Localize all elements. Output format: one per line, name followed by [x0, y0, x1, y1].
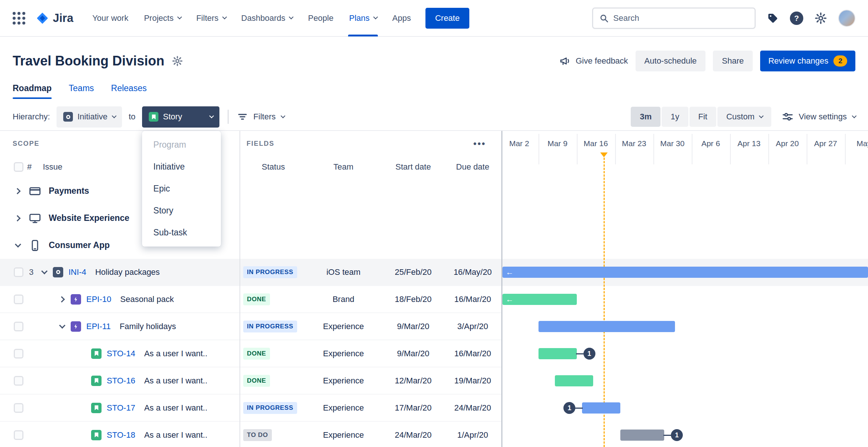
hierarchy-to-word: to: [129, 112, 135, 122]
create-button[interactable]: Create: [425, 8, 469, 29]
review-changes-button[interactable]: Review changes 2: [760, 51, 855, 71]
scope-row-epi-11[interactable]: EPI-11Family holidays: [0, 313, 239, 340]
nav-item-dashboards[interactable]: Dashboards: [234, 0, 300, 36]
scope-row-sto-16[interactable]: STO-16As a user I want..: [0, 367, 239, 395]
search-input[interactable]: [613, 13, 749, 23]
chevron-down-icon[interactable]: [41, 268, 48, 274]
give-feedback-button[interactable]: Give feedback: [559, 55, 628, 67]
select-all-checkbox[interactable]: [14, 162, 23, 172]
dependency-count-badge[interactable]: 1: [671, 429, 683, 441]
help-icon[interactable]: ?: [790, 12, 803, 25]
chevron-down-icon[interactable]: [15, 241, 21, 247]
team-cell: Brand: [303, 295, 383, 304]
chevron-right-icon[interactable]: [15, 215, 21, 221]
filters-button[interactable]: Filters: [237, 111, 284, 122]
chevron-down-icon: [209, 113, 214, 118]
week-gridline: [615, 134, 616, 164]
issue-key[interactable]: STO-17: [107, 403, 135, 413]
timeline-tick-label: May: [845, 139, 868, 148]
issue-key[interactable]: EPI-10: [86, 295, 111, 304]
scope-row-sto-14[interactable]: STO-14As a user I want..: [0, 340, 239, 367]
scope-row-sto-18[interactable]: STO-18As a user I want..: [0, 422, 239, 447]
row-checkbox[interactable]: [14, 403, 23, 413]
scope-section-label: SCOPE: [13, 140, 39, 148]
dependency-count-badge[interactable]: 1: [563, 402, 575, 414]
chevron-right-icon[interactable]: [15, 188, 21, 194]
tab-roadmap[interactable]: Roadmap: [13, 77, 52, 99]
nav-item-plans[interactable]: Plans: [341, 0, 385, 36]
timeline-bar-epi-11[interactable]: [539, 321, 675, 332]
column-header-status: Status: [240, 162, 303, 172]
team-cell: Experience: [303, 430, 383, 440]
issue-key[interactable]: STO-16: [107, 376, 135, 386]
app-switcher-icon[interactable]: [13, 12, 25, 25]
nav-item-apps[interactable]: Apps: [385, 0, 419, 36]
timeline-bar-epi-10[interactable]: ←: [502, 294, 577, 305]
hierarchy-from-dropdown[interactable]: Initiative: [57, 106, 122, 128]
zoom-3m-button[interactable]: 3m: [631, 107, 660, 127]
timeline-bar-ini-4[interactable]: ←: [502, 267, 868, 278]
zoom-1y-button[interactable]: 1y: [662, 107, 688, 127]
review-changes-count-badge: 2: [833, 55, 847, 67]
nav-item-your-work[interactable]: Your work: [84, 0, 136, 36]
user-avatar[interactable]: [838, 10, 855, 27]
row-checkbox[interactable]: [14, 295, 23, 304]
top-navigation: Jira Your workProjectsFiltersDashboardsP…: [0, 0, 868, 37]
settings-gear-icon[interactable]: [814, 12, 827, 25]
initiative-icon: [63, 112, 73, 122]
row-checkbox[interactable]: [14, 376, 23, 386]
row-checkbox[interactable]: [14, 267, 23, 277]
scope-row-ini-4[interactable]: 3INI-4Holiday packages: [0, 259, 239, 286]
issue-key[interactable]: INI-4: [68, 267, 86, 277]
tab-teams[interactable]: Teams: [69, 77, 94, 99]
week-gridline: [539, 134, 539, 164]
nav-item-label: Dashboards: [241, 13, 286, 23]
monitor-icon: [29, 212, 41, 225]
start-date-cell: 24/Mar/20: [383, 430, 443, 440]
auto-schedule-button[interactable]: Auto-schedule: [636, 51, 706, 71]
tab-releases[interactable]: Releases: [111, 77, 147, 99]
search-box[interactable]: [592, 7, 756, 29]
tag-icon[interactable]: [767, 12, 779, 24]
fields-more-button[interactable]: •••: [473, 138, 486, 149]
zoom-fit-button[interactable]: Fit: [689, 107, 716, 127]
view-settings-button[interactable]: View settings: [782, 111, 855, 123]
menu-item-initiative[interactable]: Initiative: [142, 156, 221, 178]
issue-key[interactable]: STO-18: [107, 430, 135, 440]
timeline-bar-sto-16[interactable]: [555, 375, 593, 386]
team-cell: Experience: [303, 403, 383, 413]
timeline-tick-label: Mar 23: [615, 139, 653, 148]
chevron-right-icon[interactable]: [59, 296, 65, 302]
nav-item-filters[interactable]: Filters: [189, 0, 234, 36]
column-header-team: Team: [303, 162, 383, 172]
scope-row-sto-17[interactable]: STO-17As a user I want..: [0, 395, 239, 422]
filters-label: Filters: [253, 112, 276, 122]
row-checkbox[interactable]: [14, 322, 23, 331]
row-checkbox[interactable]: [14, 430, 23, 440]
menu-item-epic[interactable]: Epic: [142, 178, 221, 200]
sliders-icon: [782, 111, 794, 123]
status-badge: IN PROGRESS: [243, 321, 297, 332]
nav-item-people[interactable]: People: [300, 0, 341, 36]
fields-panel: FIELDS ••• StatusTeamStart dateDue date …: [240, 131, 502, 447]
timeline-bar-sto-17[interactable]: [582, 402, 620, 414]
timeline-bar-sto-14[interactable]: [539, 348, 577, 359]
week-gridline: [730, 134, 731, 164]
fields-row-sto-14: DONEExperience9/Mar/2016/Mar/20: [240, 340, 502, 367]
issue-key[interactable]: EPI-11: [86, 322, 111, 331]
scope-row-epi-10[interactable]: EPI-10Seasonal pack: [0, 286, 239, 313]
nav-item-projects[interactable]: Projects: [136, 0, 188, 36]
dependency-count-badge[interactable]: 1: [584, 348, 595, 360]
hierarchy-to-dropdown[interactable]: Story ProgramInitiativeEpicStorySub-task: [142, 106, 219, 128]
jira-logo[interactable]: Jira: [36, 11, 73, 25]
timeline-bar-sto-18[interactable]: [620, 430, 664, 441]
row-checkbox[interactable]: [14, 349, 23, 358]
menu-item-story[interactable]: Story: [142, 200, 221, 222]
plan-settings-gear-icon[interactable]: [172, 55, 183, 67]
issue-key[interactable]: STO-14: [107, 349, 135, 358]
zoom-custom-button[interactable]: Custom: [717, 107, 771, 127]
share-button[interactable]: Share: [713, 51, 753, 71]
chevron-down-icon[interactable]: [59, 322, 65, 328]
team-cell: Experience: [303, 376, 383, 386]
menu-item-sub-task[interactable]: Sub-task: [142, 222, 221, 244]
